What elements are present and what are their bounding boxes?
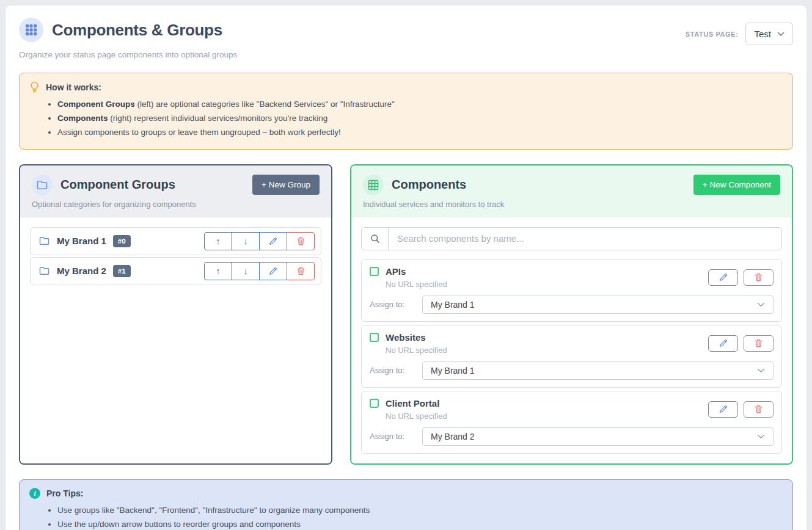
chevron-down-icon (757, 434, 765, 439)
edit-group-button[interactable] (259, 232, 287, 250)
component-checkbox[interactable] (370, 399, 379, 408)
edit-group-button[interactable] (259, 262, 287, 280)
pencil-icon (719, 273, 728, 281)
component-groups-panel: Component Groups + New Group Optional ca… (19, 164, 332, 465)
components-header: Components + New Component Individual se… (351, 165, 792, 217)
list-item: Use the up/down arrow buttons to reorder… (57, 517, 783, 530)
arrow-down-icon: ↓ (243, 236, 248, 246)
components-panel: Components + New Component Individual se… (350, 164, 793, 465)
search-input[interactable] (389, 228, 781, 250)
status-page-selected-value: Test (754, 29, 771, 39)
folder-icon (39, 266, 50, 275)
pencil-icon (719, 405, 728, 413)
page-subtitle: Organize your status page components int… (19, 50, 793, 59)
trash-icon (755, 339, 763, 347)
component-url-status: No URL specified (386, 346, 708, 355)
assigned-group-value: My Brand 1 (431, 366, 757, 376)
pro-tips-title: Pro Tips: (46, 488, 83, 498)
chevron-down-icon (757, 302, 765, 307)
main-content-card: Components & Groups STATUS PAGE: Test Or… (5, 5, 807, 530)
how-it-works-title: How it works: (46, 82, 101, 92)
component-groups-subtitle: Optional categories for organizing compo… (32, 200, 320, 209)
list-item: Use groups like "Backend", "Frontend", "… (57, 503, 783, 517)
component-search (361, 227, 782, 250)
component-name: Client Portal (386, 398, 439, 408)
trash-icon (297, 267, 305, 275)
edit-component-button[interactable] (708, 269, 738, 286)
component-card: Websites No URL specified (361, 325, 782, 388)
pencil-icon (719, 339, 728, 347)
pencil-icon (269, 267, 277, 275)
move-down-button[interactable]: ↓ (232, 262, 260, 280)
group-order-badge: #1 (113, 265, 131, 277)
status-page-select[interactable]: Test (745, 23, 793, 45)
edit-component-button[interactable] (708, 335, 738, 352)
components-list: APIs No URL specified (351, 217, 792, 463)
new-component-button[interactable]: + New Component (693, 175, 780, 195)
trash-icon (297, 237, 305, 245)
pencil-icon (269, 237, 277, 245)
component-groups-header: Component Groups + New Group Optional ca… (20, 165, 331, 217)
component-name: APIs (386, 266, 406, 277)
components-subtitle: Individual services and monitors to trac… (363, 200, 780, 209)
delete-component-button[interactable] (744, 269, 774, 286)
group-name: My Brand 2 (57, 266, 106, 276)
pro-tips-list: Use groups like "Backend", "Frontend", "… (57, 503, 783, 530)
page-title: Components & Groups (52, 21, 222, 40)
move-up-button[interactable]: ↑ (204, 232, 232, 250)
assigned-group-value: My Brand 1 (431, 300, 757, 310)
trash-icon (755, 273, 763, 281)
folder-icon (32, 175, 53, 195)
list-item: Component Groups (left) are optional cat… (57, 97, 783, 111)
search-icon (362, 228, 389, 250)
arrow-up-icon: ↑ (216, 236, 221, 246)
chevron-down-icon (777, 32, 785, 37)
how-it-works-list: Component Groups (left) are optional cat… (57, 97, 783, 140)
new-group-button[interactable]: + New Group (252, 175, 320, 195)
component-url-status: No URL specified (386, 412, 708, 421)
component-name: Websites (386, 332, 426, 343)
assign-group-select[interactable]: My Brand 1 (422, 361, 774, 380)
delete-group-button[interactable] (287, 262, 315, 280)
delete-component-button[interactable] (744, 335, 774, 352)
trash-icon (755, 405, 763, 413)
list-item: Assign components to groups or leave the… (57, 125, 783, 139)
components-grid-icon (19, 18, 43, 42)
delete-component-button[interactable] (744, 401, 774, 418)
component-card: Client Portal No URL specified (361, 391, 782, 454)
group-order-badge: #0 (113, 235, 131, 247)
chevron-down-icon (757, 368, 765, 373)
delete-group-button[interactable] (287, 232, 315, 250)
assign-group-select[interactable]: My Brand 1 (422, 296, 774, 314)
info-icon: i (29, 488, 40, 499)
component-checkbox[interactable] (370, 267, 379, 276)
assign-to-label: Assign to: (370, 432, 422, 441)
component-card: APIs No URL specified (361, 259, 782, 322)
assign-group-select[interactable]: My Brand 2 (422, 427, 774, 446)
assign-to-label: Assign to: (370, 300, 422, 309)
assigned-group-value: My Brand 2 (431, 432, 757, 441)
table-grid-icon (363, 175, 384, 195)
component-checkbox[interactable] (370, 333, 379, 342)
pro-tips-box: i Pro Tips: Use groups like "Backend", "… (19, 479, 793, 530)
group-row: My Brand 1 #0 ↑ ↓ (30, 227, 321, 255)
assign-to-label: Assign to: (370, 366, 422, 375)
edit-component-button[interactable] (708, 401, 738, 418)
how-it-works-box: How it works: Component Groups (left) ar… (19, 73, 793, 150)
status-page-label: STATUS PAGE: (686, 31, 739, 38)
folder-icon (39, 236, 50, 245)
group-row: My Brand 2 #1 ↑ ↓ (30, 257, 321, 285)
list-item: Components (right) represent individual … (57, 111, 783, 125)
arrow-down-icon: ↓ (243, 266, 248, 276)
component-groups-list: My Brand 1 #0 ↑ ↓ (20, 217, 331, 463)
component-groups-title: Component Groups (60, 178, 175, 192)
component-url-status: No URL specified (386, 280, 708, 289)
move-down-button[interactable]: ↓ (232, 232, 260, 250)
lightbulb-icon (29, 81, 40, 93)
arrow-up-icon: ↑ (216, 266, 221, 276)
move-up-button[interactable]: ↑ (204, 262, 232, 280)
group-name: My Brand 1 (57, 236, 106, 246)
components-title: Components (392, 178, 466, 192)
page-header: Components & Groups STATUS PAGE: Test (19, 18, 793, 45)
